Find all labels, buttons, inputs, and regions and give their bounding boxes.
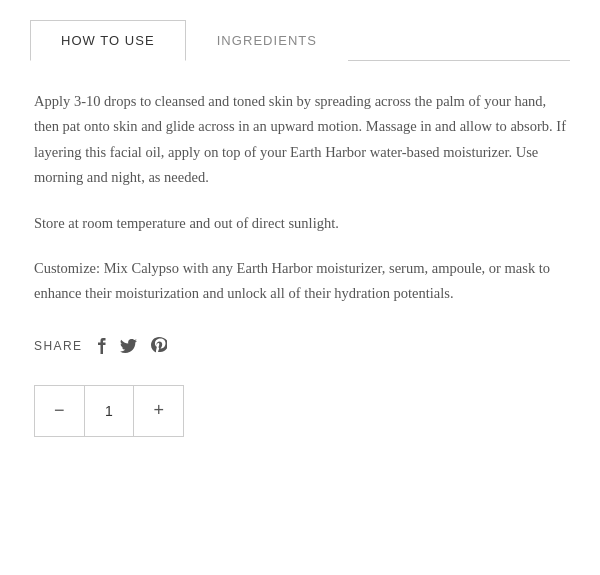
twitter-share-icon[interactable] <box>120 339 137 353</box>
quantity-value: 1 <box>84 386 135 436</box>
tab-content-how-to-use: Apply 3-10 drops to cleansed and toned s… <box>30 89 570 437</box>
share-icons <box>97 337 167 355</box>
how-to-use-paragraph-1: Apply 3-10 drops to cleansed and toned s… <box>34 89 566 191</box>
tab-ingredients[interactable]: INGREDIENTS <box>186 20 348 61</box>
tab-bar: HOW TO USE INGREDIENTS <box>30 20 570 61</box>
share-label: SHARE <box>34 339 83 353</box>
tab-how-to-use[interactable]: HOW TO USE <box>30 20 186 61</box>
facebook-share-icon[interactable] <box>97 337 106 354</box>
how-to-use-paragraph-3: Customize: Mix Calypso with any Earth Ha… <box>34 256 566 307</box>
pinterest-share-icon[interactable] <box>151 337 167 355</box>
how-to-use-paragraph-2: Store at room temperature and out of dir… <box>34 211 566 236</box>
quantity-selector: − 1 + <box>34 385 184 437</box>
quantity-decrement-button[interactable]: − <box>35 386 84 436</box>
quantity-increment-button[interactable]: + <box>134 386 183 436</box>
share-row: SHARE <box>34 337 566 355</box>
tabs-container: HOW TO USE INGREDIENTS <box>30 20 570 61</box>
